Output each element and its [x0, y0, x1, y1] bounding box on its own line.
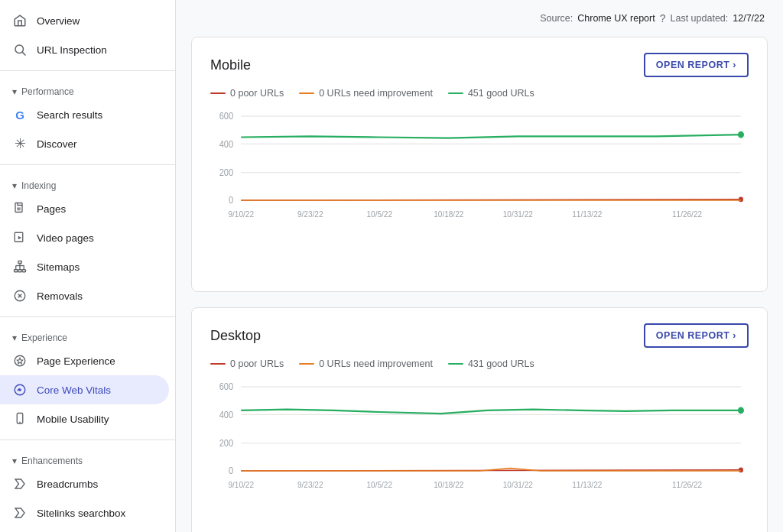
sidebar-divider-3: [0, 316, 175, 317]
sidebar-item-video-pages[interactable]: Video pages: [0, 223, 169, 252]
sidebar-section-experience[interactable]: ▾ Experience: [0, 323, 175, 346]
mobile-open-report-button[interactable]: OPEN REPORT ›: [644, 53, 749, 77]
last-updated-value: 12/7/22: [733, 13, 765, 24]
mobile-legend-good: 451 good URLs: [448, 88, 534, 99]
svg-marker-6: [18, 236, 22, 240]
desktop-poor-line-indicator: [210, 363, 226, 365]
svg-rect-2: [15, 203, 22, 212]
desktop-legend-good-label: 431 good URLs: [468, 358, 534, 369]
help-icon[interactable]: ?: [660, 12, 666, 24]
source-label: Source:: [540, 13, 573, 24]
sidebar-item-breadcrumbs[interactable]: Breadcrumbs: [0, 469, 169, 498]
sidebar-item-sitelinks-searchbox[interactable]: Sitelinks searchbox: [0, 498, 169, 527]
sidebar-item-search-results-label: Search results: [37, 109, 102, 121]
mobile-card: Mobile OPEN REPORT › 0 poor URLs 0 URLs …: [191, 37, 768, 292]
sitemap-icon: [12, 259, 28, 274]
mobile-legend-poor-label: 0 poor URLs: [230, 88, 284, 99]
svg-text:10/5/22: 10/5/22: [367, 209, 393, 219]
sidebar-item-sitemaps[interactable]: Sitemaps: [0, 252, 169, 281]
sidebar-item-discover-label: Discover: [37, 138, 77, 150]
sidebar-section-indexing[interactable]: ▾ Indexing: [0, 171, 175, 194]
mobile-legend-needs-label: 0 URLs need improvement: [319, 88, 433, 99]
svg-text:9/10/22: 9/10/22: [228, 209, 254, 219]
sidebar-item-removals-label: Removals: [37, 290, 83, 302]
desktop-open-report-button[interactable]: OPEN REPORT ›: [644, 323, 749, 348]
last-updated-label: Last updated:: [671, 13, 729, 24]
desktop-legend-needs-improvement: 0 URLs need improvement: [299, 358, 433, 369]
sidebar-divider-4: [0, 440, 175, 440]
mobile-card-header: Mobile OPEN REPORT ›: [210, 53, 749, 77]
sidebar-item-core-web-vitals-label: Core Web Vitals: [37, 384, 111, 396]
svg-line-1: [22, 52, 25, 55]
star-circle-icon: [12, 353, 28, 368]
svg-point-36: [738, 131, 744, 138]
svg-text:11/26/22: 11/26/22: [672, 209, 702, 219]
enhancements-section-label: Enhancements: [21, 456, 83, 466]
sidebar-item-breadcrumbs-label: Breadcrumbs: [37, 478, 98, 490]
sidebar-section-enhancements[interactable]: ▾ Enhancements: [0, 446, 175, 469]
desktop-card: Desktop OPEN REPORT › 0 poor URLs 0 URLs…: [191, 307, 768, 532]
desktop-good-indicator: [448, 363, 463, 365]
chevron-down-icon: ▾: [12, 86, 17, 97]
sidebar-item-sitemaps-label: Sitemaps: [37, 261, 80, 273]
video-doc-icon: [12, 230, 28, 245]
svg-text:10/31/22: 10/31/22: [503, 209, 533, 219]
sidebar-item-mobile-usability-label: Mobile Usability: [37, 414, 109, 425]
sidebar-item-discover[interactable]: ✳ Discover: [0, 129, 169, 158]
source-value: Chrome UX report: [577, 13, 655, 24]
sidebar-item-removals[interactable]: Removals: [0, 281, 169, 310]
svg-point-0: [15, 45, 24, 54]
poor-line-indicator: [210, 92, 226, 94]
svg-point-57: [739, 468, 743, 473]
performance-section-label: Performance: [21, 86, 74, 97]
removals-icon: [12, 288, 28, 303]
svg-text:400: 400: [219, 410, 233, 420]
mobile-legend-needs-improvement: 0 URLs need improvement: [299, 88, 433, 99]
top-bar: Source: Chrome UX report ? Last updated:…: [191, 12, 768, 24]
svg-text:9/23/22: 9/23/22: [297, 480, 323, 490]
gauge-icon: [12, 382, 28, 397]
sidebar-divider-1: [0, 70, 175, 71]
arrow-right-icon-2: ›: [733, 330, 736, 341]
desktop-card-header: Desktop OPEN REPORT ›: [210, 323, 749, 348]
svg-text:200: 200: [219, 168, 233, 178]
experience-section-label: Experience: [21, 332, 67, 343]
svg-marker-26: [15, 508, 24, 517]
desktop-legend-good: 431 good URLs: [448, 358, 534, 369]
sidebar-item-pages[interactable]: Pages: [0, 194, 169, 223]
svg-text:10/18/22: 10/18/22: [434, 209, 463, 219]
svg-point-22: [19, 389, 21, 391]
svg-text:10/18/22: 10/18/22: [434, 480, 463, 490]
asterisk-icon: ✳: [12, 136, 28, 151]
svg-rect-7: [18, 261, 22, 264]
mobile-chart: 600 400 200 0 9/10/22 9/23/22 10/5/22 10…: [210, 108, 749, 276]
good-line-indicator: [448, 92, 463, 94]
sidebar-item-page-experience[interactable]: Page Experience: [0, 346, 169, 375]
svg-text:11/26/22: 11/26/22: [672, 480, 702, 490]
sidebar-item-mobile-usability[interactable]: Mobile Usability: [0, 404, 169, 433]
sidebar-divider-2: [0, 164, 175, 165]
home-icon: [12, 13, 28, 28]
mobile-icon: [12, 411, 28, 427]
sidebar-item-url-inspection[interactable]: URL Inspection: [0, 35, 169, 64]
search-icon: [12, 42, 28, 57]
sidebar: Overview URL Inspection ▾ Performance G …: [0, 0, 176, 532]
sidebar-item-core-web-vitals[interactable]: Core Web Vitals: [0, 375, 169, 404]
sidebar-section-performance[interactable]: ▾ Performance: [0, 77, 175, 100]
svg-text:9/23/22: 9/23/22: [297, 209, 323, 219]
desktop-chart: 600 400 200 0 9/10/22 9/23/22 10/5/22 10…: [210, 378, 749, 532]
svg-text:10/5/22: 10/5/22: [367, 480, 393, 490]
svg-point-38: [739, 197, 743, 203]
sidebar-item-videos[interactable]: Videos: [0, 527, 169, 532]
svg-text:0: 0: [229, 196, 233, 206]
desktop-card-title: Desktop: [210, 328, 261, 344]
sidebar-item-search-results[interactable]: G Search results: [0, 100, 169, 129]
sidebar-item-overview[interactable]: Overview: [0, 6, 169, 35]
chevron-down-icon-2: ▾: [12, 180, 17, 191]
svg-text:10/31/22: 10/31/22: [503, 480, 533, 490]
svg-rect-8: [15, 270, 18, 272]
svg-marker-20: [17, 358, 23, 364]
sidebar-item-overview-label: Overview: [37, 15, 80, 27]
sidebar-item-page-experience-label: Page Experience: [37, 355, 115, 367]
sidebar-item-sitelinks-searchbox-label: Sitelinks searchbox: [37, 508, 125, 519]
